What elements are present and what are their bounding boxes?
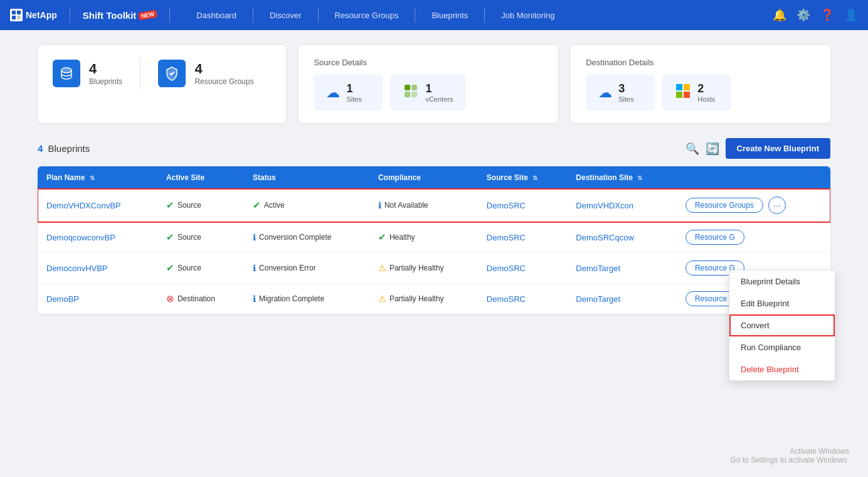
status-text: Active [264, 201, 285, 210]
col-dest-site: Destination Site ⇅ [567, 166, 677, 189]
vcenters-info: 1 vCenters [425, 82, 453, 103]
header-actions: 🔍 🔄 Create New Blueprint [685, 138, 830, 159]
compliance-text: Partially Healthy [389, 294, 444, 303]
nav-link-dashboard[interactable]: Dashboard [188, 0, 245, 30]
sort-icon-source: ⇅ [532, 174, 537, 181]
windows-icon [675, 83, 691, 103]
rg-label: Resource Groups [194, 77, 253, 86]
dest-hosts-label: Hosts [697, 95, 715, 103]
cell-status: ℹ Conversion Error [244, 253, 369, 284]
more-actions-button[interactable]: ··· [768, 196, 786, 214]
svg-rect-3 [17, 16, 21, 19]
help-button[interactable]: ❓ [820, 8, 834, 22]
blueprint-label: Blueprints [89, 77, 122, 86]
active-site-badge: ✔ Source [166, 262, 201, 274]
cell-row-actions: Resource Groups ··· [677, 189, 830, 222]
blueprints-table-wrap: Plan Name ⇅ Active Site Status Complianc… [38, 166, 830, 314]
actions-cell: Resource Groups ··· [685, 196, 822, 214]
blueprint-icon [53, 60, 80, 87]
create-blueprint-button[interactable]: Create New Blueprint [726, 138, 830, 159]
col-status: Status [244, 166, 369, 189]
cell-dest-site: DemoVHDXcon [567, 189, 677, 222]
rg-number: 4 [194, 61, 253, 77]
table-header-row: Plan Name ⇅ Active Site Status Complianc… [38, 166, 830, 189]
dest-sites-item: ☁ 3 Sites [586, 75, 655, 110]
blueprints-table: Plan Name ⇅ Active Site Status Complianc… [38, 166, 830, 314]
sort-icon-dest: ⇅ [637, 174, 642, 181]
netapp-label: NetApp [26, 10, 57, 20]
col-active-site: Active Site [157, 166, 244, 189]
section-title: 4 Blueprints [38, 143, 90, 154]
refresh-button[interactable]: 🔄 [706, 142, 719, 156]
settings-button[interactable]: ⚙️ [797, 8, 810, 22]
status-info-icon: ℹ [253, 263, 256, 273]
status-green-icon: ✔ [166, 200, 174, 211]
cell-status: ✔ Active [244, 189, 369, 222]
nav-link-job-monitoring[interactable]: Job Monitoring [492, 0, 563, 30]
plan-name-link[interactable]: DemoVHDXConvBP [46, 201, 121, 210]
dest-sites-label: Sites [618, 95, 633, 103]
source-site-link[interactable]: DemoSRC [487, 201, 526, 210]
active-site-badge: ✔ Source [166, 232, 201, 243]
destination-details-card: Destination Details ☁ 3 Sites [571, 45, 830, 123]
cell-active-site: ✔ Source [157, 222, 244, 253]
source-site-link[interactable]: DemoSRC [487, 294, 526, 304]
main-content: 4 Blueprints 4 Resource Groups [0, 30, 868, 329]
source-site-link[interactable]: DemoSRC [487, 264, 526, 273]
cell-status: ℹ Conversion Complete [244, 222, 369, 253]
plan-name-link[interactable]: DemoBP [46, 294, 79, 304]
compliance-badge: ✔ Healthy [378, 232, 415, 243]
resource-groups-button[interactable]: Resource G [685, 230, 744, 245]
status-badge: ℹ Conversion Error [253, 263, 316, 273]
nav-link-resource-groups[interactable]: Resource Groups [326, 0, 408, 30]
dest-site-link[interactable]: DemoTarget [576, 264, 620, 273]
vcenters-label: vCenters [425, 95, 453, 103]
status-badge: ℹ Conversion Complete [253, 232, 331, 242]
svg-rect-1 [17, 11, 21, 14]
dropdown-item-blueprint-details[interactable]: Blueprint Details [729, 271, 835, 292]
sort-icon-plan: ⇅ [90, 174, 95, 181]
counts-card: 4 Blueprints 4 Resource Groups [38, 45, 286, 123]
status-red-icon: ⊗ [166, 293, 174, 304]
svg-rect-5 [405, 85, 410, 90]
dropdown-item-edit-blueprint[interactable]: Edit Blueprint [729, 292, 835, 314]
svg-rect-11 [676, 92, 682, 98]
source-sites-info: 1 Sites [346, 82, 361, 103]
active-site-badge: ⊗ Destination [166, 293, 215, 304]
status-green-icon: ✔ [166, 232, 174, 243]
dest-site-link[interactable]: DemoVHDXcon [576, 201, 633, 210]
compliance-badge: ⚠ Partially Healthy [378, 263, 444, 273]
compliance-text: Not Available [384, 201, 428, 210]
dest-detail-items: ☁ 3 Sites [586, 75, 815, 110]
nav-link-discover[interactable]: Discover [261, 0, 310, 30]
status-green-icon: ✔ [378, 232, 386, 243]
status-green-icon: ✔ [166, 262, 174, 274]
cell-compliance: ⚠ Partially Healthy [369, 253, 478, 284]
nav-sep-3 [484, 8, 485, 23]
dropdown-item-convert[interactable]: Convert [729, 314, 835, 329]
source-details-card: Source Details ☁ 1 Sites [299, 45, 558, 123]
cell-plan-name: DemoBP [38, 284, 157, 314]
user-button[interactable]: 👤 [844, 8, 858, 22]
table-row: DemoBP ⊗ Destination ℹ Migration Complet… [38, 284, 830, 314]
rg-count-info: 4 Resource Groups [194, 61, 253, 86]
summary-row: 4 Blueprints 4 Resource Groups [38, 45, 830, 123]
nav-link-blueprints[interactable]: Blueprints [423, 0, 477, 30]
dest-site-link[interactable]: DemoTarget [576, 294, 620, 304]
source-sites-count: 1 [346, 82, 361, 95]
svg-point-4 [61, 68, 71, 73]
cell-compliance: ℹ Not Available [369, 189, 478, 222]
source-site-link[interactable]: DemoSRC [487, 233, 526, 242]
dropdown-menu: Blueprint DetailsEdit BlueprintConvertRu… [729, 270, 835, 329]
plan-name-link[interactable]: DemoconvHVBP [46, 264, 108, 273]
dest-site-link[interactable]: DemoSRCqcow [576, 233, 633, 242]
cell-source-site: DemoSRC [478, 284, 567, 314]
cell-dest-site: DemoTarget [567, 284, 677, 314]
resource-groups-button[interactable]: Resource Groups [685, 198, 763, 213]
blueprints-count: 4 [38, 143, 43, 154]
cell-compliance: ⚠ Partially Healthy [369, 284, 478, 314]
status-text: Migration Complete [259, 294, 324, 303]
search-button[interactable]: 🔍 [685, 142, 699, 156]
plan-name-link[interactable]: DemoqcowconvBP [46, 233, 115, 242]
notification-button[interactable]: 🔔 [773, 8, 786, 22]
